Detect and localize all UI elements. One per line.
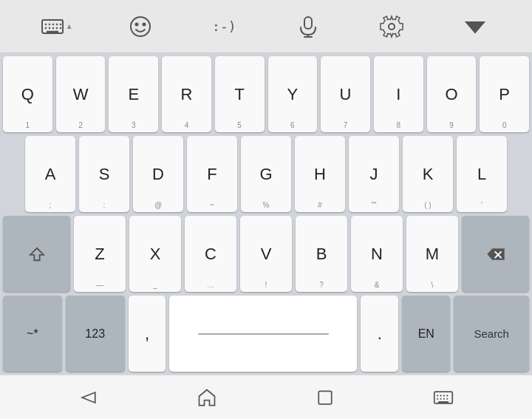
nav-recents-button[interactable] [307, 380, 343, 415]
svg-marker-19 [466, 22, 484, 33]
settings-icon[interactable] [373, 8, 410, 45]
spacebar-line [198, 333, 330, 335]
emoticon-icon[interactable]: :-) [205, 8, 242, 45]
svg-rect-23 [318, 391, 332, 404]
emoji-icon[interactable] [122, 8, 159, 45]
key-a[interactable]: A; [25, 136, 75, 212]
period-key[interactable]: . [361, 296, 398, 372]
nav-bar [0, 375, 532, 419]
nav-keyboard-button[interactable] [426, 380, 461, 415]
key-o[interactable]: O9 [427, 56, 477, 132]
key-m[interactable]: M\ [406, 216, 458, 292]
key-r[interactable]: R4 [162, 56, 211, 132]
backspace-key[interactable] [462, 216, 529, 292]
svg-point-14 [143, 23, 145, 25]
key-i[interactable]: I8 [374, 56, 423, 132]
nav-back-button[interactable] [71, 380, 106, 415]
key-c[interactable]: C… [185, 216, 236, 292]
key-l[interactable]: L' [457, 136, 507, 212]
key-p[interactable]: P0 [480, 56, 529, 132]
num-key[interactable]: 123 [66, 296, 125, 372]
key-j[interactable]: J"" [349, 136, 399, 212]
svg-point-13 [135, 23, 137, 25]
keyboard: Q1 W2 E3 R4 T5 Y6 U7 I8 O9 P0 A; S: D@ F… [0, 53, 532, 375]
key-y[interactable]: Y6 [268, 56, 318, 132]
nav-home-button[interactable] [189, 380, 225, 415]
svg-rect-15 [304, 17, 312, 29]
key-f[interactable]: F~ [187, 136, 237, 212]
key-d[interactable]: D@ [133, 136, 183, 212]
search-label: Search [474, 328, 509, 339]
dropdown-icon[interactable] [457, 8, 494, 45]
key-row-3: Z— X_ C… V! B? N& M\ [3, 216, 529, 292]
key-z[interactable]: Z— [74, 216, 126, 292]
space-key[interactable] [169, 296, 357, 372]
key-u[interactable]: U7 [321, 56, 370, 132]
lang-key[interactable]: EN [402, 296, 450, 372]
key-x[interactable]: X_ [129, 216, 181, 292]
key-n[interactable]: N& [351, 216, 403, 292]
keyboard-icon[interactable]: ▲ [38, 8, 75, 45]
shift-key[interactable] [3, 216, 70, 292]
key-t[interactable]: T5 [215, 56, 265, 132]
sym-key[interactable]: ~* [3, 296, 62, 372]
svg-point-18 [389, 24, 395, 30]
shift-icon [29, 246, 45, 262]
svg-point-12 [131, 17, 150, 36]
key-s[interactable]: S: [79, 136, 129, 212]
key-q[interactable]: Q1 [3, 56, 52, 132]
key-w[interactable]: W2 [56, 56, 106, 132]
key-v[interactable]: V! [240, 216, 292, 292]
comma-key[interactable]: , [129, 296, 166, 372]
key-g[interactable]: G% [241, 136, 291, 212]
key-row-4: ~* 123 , . EN Search [3, 296, 529, 372]
backspace-icon [485, 246, 506, 262]
search-key[interactable]: Search [454, 296, 529, 372]
mic-icon[interactable] [290, 8, 327, 45]
svg-marker-22 [82, 392, 95, 403]
toolbar: ▲ :-) [0, 0, 532, 53]
key-k[interactable]: K( ) [403, 136, 453, 212]
key-b[interactable]: B? [296, 216, 347, 292]
key-row-1: Q1 W2 E3 R4 T5 Y6 U7 I8 O9 P0 [3, 56, 529, 132]
key-e[interactable]: E3 [109, 56, 158, 132]
key-row-2: A; S: D@ F~ G% H# J"" K( ) L' [3, 136, 529, 212]
key-h[interactable]: H# [295, 136, 345, 212]
